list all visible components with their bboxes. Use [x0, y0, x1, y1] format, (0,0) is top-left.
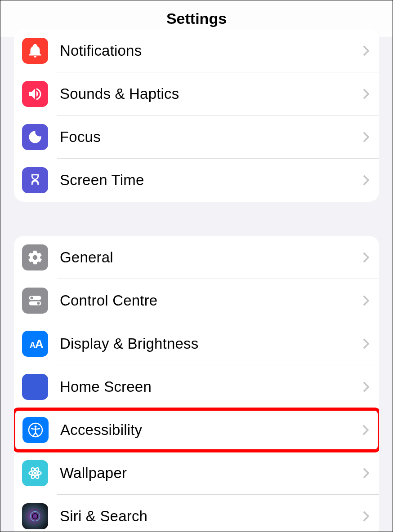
- row-label: Focus: [60, 129, 363, 146]
- chevron-right-icon: [363, 175, 369, 186]
- chevron-right-icon: [363, 511, 369, 522]
- row-label: Wallpaper: [60, 465, 363, 482]
- settings-row-control-centre[interactable]: Control Centre: [14, 279, 379, 322]
- grid-icon: [22, 374, 48, 400]
- row-label: Display & Brightness: [60, 335, 363, 352]
- row-label: Screen Time: [60, 172, 363, 189]
- svg-point-1: [31, 297, 33, 299]
- settings-row-general[interactable]: General: [14, 236, 379, 279]
- chevron-right-icon: [363, 338, 369, 349]
- toggles-icon: [22, 288, 48, 314]
- accessibility-icon: [22, 417, 49, 443]
- chevron-right-icon: [363, 468, 369, 479]
- hourglass-icon: [22, 167, 48, 193]
- settings-row-wallpaper[interactable]: Wallpaper: [14, 452, 379, 495]
- svg-point-8: [34, 472, 37, 475]
- row-label: Control Centre: [60, 292, 363, 309]
- row-label: Sounds & Haptics: [60, 85, 363, 102]
- settings-row-home-screen[interactable]: Home Screen: [14, 365, 379, 408]
- settings-group-1: Notifications Sounds & Haptics Focus: [14, 29, 379, 202]
- chevron-right-icon: [363, 89, 369, 99]
- chevron-right-icon: [363, 45, 369, 56]
- svg-point-14: [33, 514, 38, 519]
- settings-row-focus[interactable]: Focus: [14, 115, 379, 159]
- chevron-right-icon: [363, 381, 369, 392]
- text-size-icon: AA: [22, 331, 48, 357]
- chevron-right-icon: [363, 252, 369, 263]
- row-label: Home Screen: [60, 378, 363, 395]
- row-label: General: [60, 249, 363, 266]
- settings-row-sounds-haptics[interactable]: Sounds & Haptics: [14, 72, 379, 115]
- chevron-right-icon: [362, 425, 369, 435]
- row-label: Accessibility: [60, 421, 362, 439]
- row-label: Notifications: [60, 42, 363, 59]
- speaker-icon: [22, 81, 48, 107]
- page-title: Settings: [166, 10, 227, 27]
- settings-content: Notifications Sounds & Haptics Focus: [0, 29, 393, 532]
- row-label: Siri & Search: [60, 508, 363, 525]
- flower-icon: [22, 460, 48, 486]
- bell-icon: [22, 38, 48, 64]
- moon-icon: [22, 124, 48, 150]
- settings-row-siri-search[interactable]: Siri & Search: [14, 495, 379, 532]
- settings-row-accessibility[interactable]: Accessibility: [14, 408, 379, 452]
- settings-row-display-brightness[interactable]: AA Display & Brightness: [14, 322, 379, 365]
- settings-row-screen-time[interactable]: Screen Time: [14, 159, 379, 202]
- chevron-right-icon: [363, 132, 369, 142]
- svg-point-7: [35, 426, 37, 428]
- svg-point-3: [37, 302, 40, 305]
- siri-icon: [22, 503, 48, 529]
- settings-row-notifications[interactable]: Notifications: [14, 29, 379, 72]
- svg-text:A: A: [35, 337, 43, 350]
- chevron-right-icon: [363, 295, 369, 306]
- settings-group-2: General Control Centre AA Display & Brig…: [14, 236, 379, 532]
- gear-icon: [22, 244, 48, 270]
